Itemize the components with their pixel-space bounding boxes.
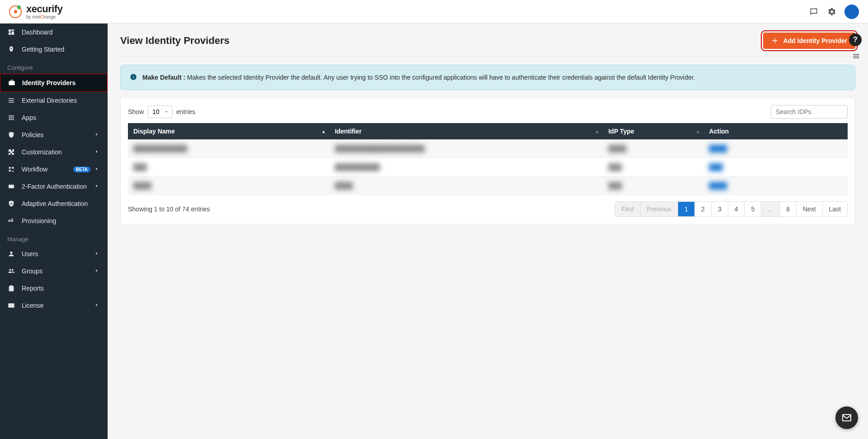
sidebar-item-dashboard[interactable]: Dashboard xyxy=(0,24,108,41)
user-avatar[interactable] xyxy=(844,5,859,19)
chevron-right-icon xyxy=(94,149,100,155)
dashboard-icon xyxy=(7,28,15,36)
chevron-right-icon xyxy=(94,251,100,257)
sidebar-item-label: Identity Providers xyxy=(22,79,100,86)
brand-byline: by miniOrange xyxy=(26,15,62,19)
page-previous[interactable]: Previous xyxy=(641,202,678,216)
gear-icon[interactable] xyxy=(826,6,837,17)
clipboard-icon xyxy=(7,284,15,292)
col-action: Action xyxy=(704,123,848,139)
idp-table: Display Name▲ Identifier▲ IdP Type▲ Acti… xyxy=(128,123,848,195)
page-number[interactable]: 5 xyxy=(745,202,761,216)
idp-table-card: Show 10 entries Display Name▲ Identifi xyxy=(120,97,855,224)
keypad-icon xyxy=(7,182,15,191)
header-actions xyxy=(808,5,859,19)
sidebar-item-label: Reports xyxy=(22,285,100,292)
page-number[interactable]: 2 xyxy=(695,202,712,216)
sidebar-item-label: Groups xyxy=(22,267,94,275)
users-icon xyxy=(7,267,15,275)
sidebar-item-label: Adaptive Authentication xyxy=(22,200,100,207)
page-title: View Identity Providers xyxy=(120,35,230,47)
col-display-name[interactable]: Display Name▲ xyxy=(128,123,330,139)
grid-icon xyxy=(7,114,15,122)
add-identity-provider-button[interactable]: Add Identity Provider xyxy=(763,33,855,49)
app-header: xecurify by miniOrange xyxy=(0,0,868,24)
help-button[interactable]: ? xyxy=(849,33,862,46)
sidebar-item-reports[interactable]: Reports xyxy=(0,280,108,297)
chevron-right-icon xyxy=(94,183,100,190)
puzzle-icon xyxy=(7,148,15,156)
sidebar-item-2fa[interactable]: 2-Factor Authentication xyxy=(0,178,108,195)
sidebar-item-label: Policies xyxy=(22,131,94,138)
logo-text: xecurify by miniOrange xyxy=(26,4,62,19)
chevron-right-icon xyxy=(94,268,100,274)
sidebar-section-configure: Configure xyxy=(0,58,108,74)
sidebar-item-license[interactable]: License xyxy=(0,297,108,314)
sidebar-item-policies[interactable]: Policies xyxy=(0,126,108,143)
workflow-icon xyxy=(7,165,15,173)
sidebar-item-workflow[interactable]: Workflow BETA xyxy=(0,161,108,178)
sidebar-item-label: Dashboard xyxy=(22,29,100,36)
page-ellipsis: ... xyxy=(761,202,780,216)
page-number[interactable]: 4 xyxy=(728,202,745,216)
sidebar-item-adaptive-auth[interactable]: Adaptive Authentication xyxy=(0,195,108,212)
chevron-right-icon xyxy=(94,302,100,309)
page-number[interactable]: 3 xyxy=(712,202,728,216)
sidebar-item-groups[interactable]: Groups xyxy=(0,262,108,280)
page-header: View Identity Providers Add Identity Pro… xyxy=(120,33,855,57)
show-label: Show xyxy=(128,108,144,115)
page-number[interactable]: 1 xyxy=(678,202,695,216)
table-row: ████ ████ ███ ████ xyxy=(128,177,848,195)
page-last[interactable]: Last xyxy=(823,202,847,216)
sidebar-item-customization[interactable]: Customization xyxy=(0,143,108,161)
shield-check-icon xyxy=(7,200,15,208)
svg-rect-0 xyxy=(9,185,14,188)
table-controls: Show 10 entries xyxy=(128,105,848,119)
page-first[interactable]: First xyxy=(615,202,641,216)
rocket-icon xyxy=(7,45,15,53)
page-size-select[interactable]: 10 xyxy=(147,105,173,118)
table-row: ████████████ ████████████████████ ████ █… xyxy=(128,139,848,158)
docs-icon[interactable] xyxy=(808,6,819,17)
hamburger-icon xyxy=(852,52,860,60)
add-button-label: Add Identity Provider xyxy=(783,37,847,44)
sidebar-item-label: Users xyxy=(22,250,94,258)
beta-badge: BETA xyxy=(73,167,90,172)
sidebar-item-getting-started[interactable]: Getting Started xyxy=(0,41,108,58)
shield-icon xyxy=(7,131,15,139)
brand-logo[interactable]: xecurify by miniOrange xyxy=(9,4,62,19)
side-menu-toggle[interactable] xyxy=(852,52,861,61)
table-row: ███ ██████████ ███ ███ xyxy=(128,158,848,177)
col-identifier[interactable]: Identifier▲ xyxy=(330,123,603,139)
sidebar-item-users[interactable]: Users xyxy=(0,245,108,262)
search-idp-input[interactable] xyxy=(771,105,848,119)
sidebar-item-label: Workflow xyxy=(22,166,73,173)
table-footer-text: Showing 1 to 10 of 74 entries xyxy=(128,205,210,213)
sidebar-section-manage: Manage xyxy=(0,229,108,245)
sidebar-item-label: Getting Started xyxy=(22,46,100,53)
chat-button[interactable] xyxy=(835,406,858,429)
sidebar-item-provisioning[interactable]: Provisioning xyxy=(0,212,108,229)
sidebar-item-label: Customization xyxy=(22,148,94,156)
sidebar-item-external-directories[interactable]: External Directories xyxy=(0,92,108,109)
entries-label: entries xyxy=(176,108,195,115)
brand-name: xecurify xyxy=(26,4,62,14)
mail-icon xyxy=(841,412,852,423)
card-icon xyxy=(7,301,15,310)
sidebar-item-apps[interactable]: Apps xyxy=(0,109,108,126)
show-entries: Show 10 entries xyxy=(128,105,195,118)
sidebar-item-label: License xyxy=(22,302,94,309)
list-icon xyxy=(7,96,15,105)
col-idp-type[interactable]: IdP Type▲ xyxy=(603,123,704,139)
info-box: Make Default : Makes the selected Identi… xyxy=(120,65,855,90)
page-number[interactable]: 8 xyxy=(780,202,797,216)
briefcase-icon xyxy=(8,79,16,87)
sidebar-item-label: External Directories xyxy=(22,97,100,104)
sidebar-item-identity-providers[interactable]: Identity Providers xyxy=(0,74,108,92)
sidebar-item-label: Apps xyxy=(22,114,100,121)
sync-icon xyxy=(7,217,15,225)
sidebar: Dashboard Getting Started Configure Iden… xyxy=(0,24,108,439)
sidebar-item-label: Provisioning xyxy=(22,217,100,224)
page-next[interactable]: Next xyxy=(797,202,823,216)
logo-mark-icon xyxy=(9,5,22,18)
